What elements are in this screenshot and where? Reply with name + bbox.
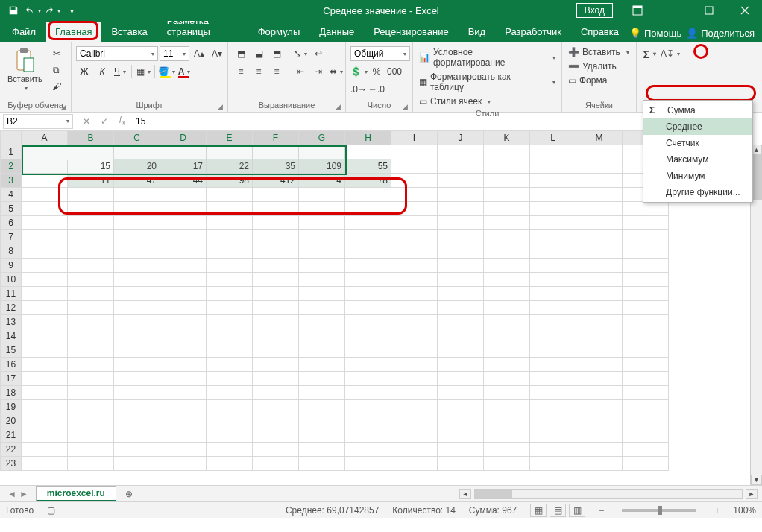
cell-A2[interactable] [22,159,68,174]
cell-N23[interactable] [623,457,669,471]
cell-H16[interactable] [345,358,391,372]
cell-L3[interactable] [530,174,576,188]
cell-I23[interactable] [391,457,438,471]
cell-K13[interactable] [484,315,530,329]
cell-D16[interactable] [160,358,207,372]
cell-H11[interactable] [345,287,391,301]
cell-D10[interactable] [160,273,207,287]
cell-I2[interactable] [391,159,438,174]
ribbon-options-icon[interactable] [620,0,655,21]
cell-D11[interactable] [160,287,207,301]
col-header-J[interactable]: J [438,131,484,145]
cell-J21[interactable] [438,428,484,443]
cell-J11[interactable] [438,287,484,301]
borders-button[interactable]: ▦▾ [135,64,151,79]
cell-E5[interactable] [207,202,253,216]
cell-C19[interactable] [114,400,160,414]
cell-H5[interactable] [345,202,391,216]
cell-F3[interactable]: 412 [253,174,299,188]
sheet-nav-first-icon[interactable]: ◄ [7,489,16,499]
cell-I3[interactable] [391,174,438,188]
cell-N15[interactable] [623,343,669,358]
cell-L4[interactable] [530,188,576,202]
cell-I18[interactable] [391,386,438,400]
cell-G22[interactable] [299,443,345,457]
menu-item-count[interactable]: Счетчик [643,135,752,151]
col-header-M[interactable]: M [576,131,623,145]
cell-E14[interactable] [207,329,253,343]
decrease-decimal-icon[interactable]: ←.0 [368,82,385,97]
cell-F20[interactable] [253,414,299,428]
cell-M14[interactable] [576,329,623,343]
dialog-launcher-icon[interactable]: ◢ [403,103,408,110]
cell-L21[interactable] [530,428,576,443]
cell-styles-button[interactable]: ▭Стили ячеек▾ [418,95,557,107]
tab-insert[interactable]: Вставка [102,22,156,42]
cell-K1[interactable] [484,145,530,159]
cell-N5[interactable] [623,202,669,216]
cell-A13[interactable] [22,315,68,329]
cell-B12[interactable] [68,301,114,315]
cell-L14[interactable] [530,329,576,343]
cell-G5[interactable] [299,202,345,216]
cell-G10[interactable] [299,273,345,287]
cell-C4[interactable] [114,188,160,202]
cell-F8[interactable] [253,244,299,259]
cell-F6[interactable] [253,216,299,230]
cell-N16[interactable] [623,358,669,372]
cell-M21[interactable] [576,428,623,443]
cell-C10[interactable] [114,273,160,287]
cell-F22[interactable] [253,443,299,457]
cell-G16[interactable] [299,358,345,372]
undo-icon[interactable]: ▾ [24,2,42,19]
tab-review[interactable]: Рецензирование [365,22,457,42]
cell-G15[interactable] [299,343,345,358]
cell-H21[interactable] [345,428,391,443]
cell-D6[interactable] [160,216,207,230]
cell-H2[interactable]: 55 [345,159,391,174]
cell-L1[interactable] [530,145,576,159]
cell-K14[interactable] [484,329,530,343]
cell-B18[interactable] [68,386,114,400]
cell-M19[interactable] [576,400,623,414]
tab-view[interactable]: Вид [459,22,495,42]
cell-G12[interactable] [299,301,345,315]
autosum-button[interactable]: Σ▾ [641,46,658,61]
increase-font-icon[interactable]: A▴ [191,46,207,61]
cell-G18[interactable] [299,386,345,400]
cell-D8[interactable] [160,244,207,259]
cell-I13[interactable] [391,315,438,329]
cell-L11[interactable] [530,287,576,301]
cell-M20[interactable] [576,414,623,428]
cell-N12[interactable] [623,301,669,315]
fill-color-button[interactable]: 🪣▾ [158,64,174,79]
cell-A6[interactable] [22,216,68,230]
cell-J2[interactable] [438,159,484,174]
tab-help[interactable]: Справка [572,22,628,42]
cell-E15[interactable] [207,343,253,358]
redo-icon[interactable]: ▾ [43,2,61,19]
cell-H17[interactable] [345,372,391,386]
cell-B1[interactable] [68,145,114,159]
cell-C21[interactable] [114,428,160,443]
cell-M5[interactable] [576,202,623,216]
cell-K10[interactable] [484,273,530,287]
cell-D12[interactable] [160,301,207,315]
cell-B16[interactable] [68,358,114,372]
tab-file[interactable]: Файл [3,22,45,42]
cell-D19[interactable] [160,400,207,414]
underline-button[interactable]: Ч▾ [112,64,128,79]
cell-K3[interactable] [484,174,530,188]
cell-L20[interactable] [530,414,576,428]
cell-G3[interactable]: 4 [299,174,345,188]
cell-B22[interactable] [68,443,114,457]
cell-M4[interactable] [576,188,623,202]
fx-icon[interactable]: fx [113,114,131,129]
cell-J3[interactable] [438,174,484,188]
cell-E16[interactable] [207,358,253,372]
cell-N8[interactable] [623,244,669,259]
cell-M15[interactable] [576,343,623,358]
cell-M18[interactable] [576,386,623,400]
col-header-G[interactable]: G [299,131,345,145]
cell-B19[interactable] [68,400,114,414]
